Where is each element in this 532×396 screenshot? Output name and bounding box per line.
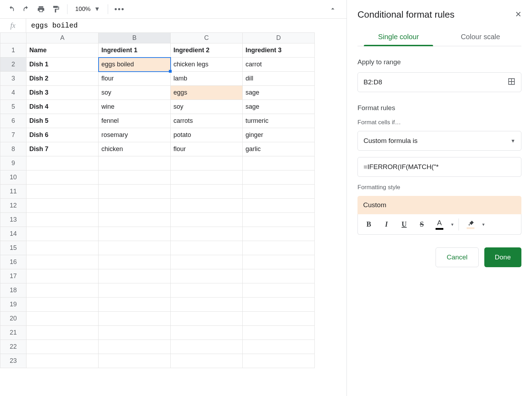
- row-header-23[interactable]: 23: [0, 354, 26, 368]
- cell-C10[interactable]: [171, 170, 243, 185]
- close-icon[interactable]: ✕: [515, 10, 521, 19]
- cell-C22[interactable]: [171, 340, 243, 354]
- bold-button[interactable]: B: [361, 217, 376, 232]
- cell-A3[interactable]: Dish 2: [26, 72, 99, 86]
- cell-B8[interactable]: chicken: [99, 142, 171, 156]
- paint-format-icon[interactable]: [51, 4, 61, 14]
- cell-C4[interactable]: eggs: [171, 86, 243, 100]
- cell-B9[interactable]: [99, 156, 171, 170]
- style-preview[interactable]: Custom: [357, 196, 521, 214]
- cell-A12[interactable]: [26, 199, 99, 213]
- cell-A22[interactable]: [26, 340, 99, 354]
- cell-D5[interactable]: sage: [243, 100, 315, 114]
- cell-A21[interactable]: [26, 326, 99, 340]
- row-header-18[interactable]: 18: [0, 283, 26, 298]
- fill-color-button[interactable]: [463, 217, 478, 232]
- cell-C16[interactable]: [171, 255, 243, 269]
- row-header-16[interactable]: 16: [0, 255, 26, 269]
- cell-A10[interactable]: [26, 170, 99, 185]
- italic-button[interactable]: I: [379, 217, 394, 232]
- cell-B16[interactable]: [99, 255, 171, 269]
- cell-C6[interactable]: carrots: [171, 114, 243, 128]
- row-header-20[interactable]: 20: [0, 312, 26, 326]
- cell-C1[interactable]: Ingredient 2: [171, 43, 243, 58]
- row-header-2[interactable]: 2: [0, 58, 26, 72]
- cell-A15[interactable]: [26, 241, 99, 255]
- underline-button[interactable]: U: [397, 217, 412, 232]
- cell-B4[interactable]: soy: [99, 86, 171, 100]
- cell-B6[interactable]: fennel: [99, 114, 171, 128]
- tab-single-colour[interactable]: Single colour: [357, 33, 439, 46]
- cell-B12[interactable]: [99, 199, 171, 213]
- cell-B2[interactable]: eggs boiled: [99, 58, 171, 72]
- cell-B19[interactable]: [99, 298, 171, 312]
- undo-icon[interactable]: [6, 4, 16, 14]
- cell-A7[interactable]: Dish 6: [26, 128, 99, 142]
- cell-D19[interactable]: [243, 298, 315, 312]
- cell-D16[interactable]: [243, 255, 315, 269]
- cell-B1[interactable]: Ingredient 1: [99, 43, 171, 58]
- cell-C9[interactable]: [171, 156, 243, 170]
- done-button[interactable]: Done: [484, 247, 521, 267]
- row-header-4[interactable]: 4: [0, 86, 26, 100]
- cell-D17[interactable]: [243, 269, 315, 283]
- cell-D4[interactable]: sage: [243, 86, 315, 100]
- row-header-21[interactable]: 21: [0, 326, 26, 340]
- row-header-11[interactable]: 11: [0, 185, 26, 199]
- cell-A9[interactable]: [26, 156, 99, 170]
- print-icon[interactable]: [36, 4, 46, 14]
- cell-D21[interactable]: [243, 326, 315, 340]
- cell-B7[interactable]: rosemary: [99, 128, 171, 142]
- grid-icon[interactable]: [508, 78, 515, 87]
- cell-B21[interactable]: [99, 326, 171, 340]
- cell-C14[interactable]: [171, 227, 243, 241]
- row-header-13[interactable]: 13: [0, 213, 26, 227]
- cell-C23[interactable]: [171, 354, 243, 368]
- cell-D12[interactable]: [243, 199, 315, 213]
- cell-D6[interactable]: turmeric: [243, 114, 315, 128]
- chevron-down-icon[interactable]: ▼: [481, 222, 485, 227]
- cell-A19[interactable]: [26, 298, 99, 312]
- cell-D8[interactable]: garlic: [243, 142, 315, 156]
- row-header-14[interactable]: 14: [0, 227, 26, 241]
- cell-C20[interactable]: [171, 312, 243, 326]
- custom-formula-input[interactable]: =IFERROR(IF(MATCH("*: [357, 157, 521, 177]
- cell-A18[interactable]: [26, 283, 99, 298]
- cell-C13[interactable]: [171, 213, 243, 227]
- cell-A11[interactable]: [26, 185, 99, 199]
- row-header-19[interactable]: 19: [0, 298, 26, 312]
- row-header-6[interactable]: 6: [0, 114, 26, 128]
- row-header-1[interactable]: 1: [0, 43, 26, 58]
- cell-A13[interactable]: [26, 213, 99, 227]
- cell-D9[interactable]: [243, 156, 315, 170]
- cell-D3[interactable]: dill: [243, 72, 315, 86]
- cell-A1[interactable]: Name: [26, 43, 99, 58]
- column-header-C[interactable]: C: [171, 33, 243, 43]
- row-header-7[interactable]: 7: [0, 128, 26, 142]
- cell-C3[interactable]: lamb: [171, 72, 243, 86]
- cell-A16[interactable]: [26, 255, 99, 269]
- cell-B11[interactable]: [99, 185, 171, 199]
- row-header-15[interactable]: 15: [0, 241, 26, 255]
- cell-B23[interactable]: [99, 354, 171, 368]
- cell-D20[interactable]: [243, 312, 315, 326]
- cell-B15[interactable]: [99, 241, 171, 255]
- cell-C5[interactable]: soy: [171, 100, 243, 114]
- cell-C11[interactable]: [171, 185, 243, 199]
- cell-B22[interactable]: [99, 340, 171, 354]
- cell-A23[interactable]: [26, 354, 99, 368]
- zoom-select[interactable]: 100%▼: [74, 6, 101, 13]
- cell-A6[interactable]: Dish 5: [26, 114, 99, 128]
- cell-D13[interactable]: [243, 213, 315, 227]
- cell-C21[interactable]: [171, 326, 243, 340]
- cancel-button[interactable]: Cancel: [436, 247, 478, 267]
- cell-B17[interactable]: [99, 269, 171, 283]
- cell-A2[interactable]: Dish 1: [26, 58, 99, 72]
- cell-C19[interactable]: [171, 298, 243, 312]
- cell-A8[interactable]: Dish 7: [26, 142, 99, 156]
- cell-B13[interactable]: [99, 213, 171, 227]
- more-icon[interactable]: •••: [114, 4, 124, 14]
- row-header-22[interactable]: 22: [0, 340, 26, 354]
- cell-C8[interactable]: flour: [171, 142, 243, 156]
- spreadsheet-grid[interactable]: ABCD1NameIngredient 1Ingredient 2Ingredi…: [0, 32, 347, 396]
